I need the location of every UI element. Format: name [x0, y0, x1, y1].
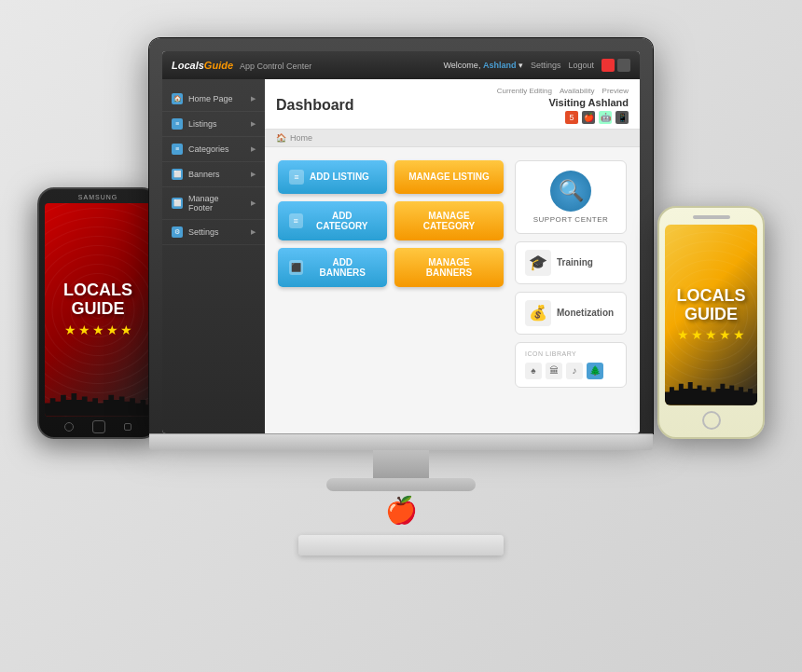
samsung-app-title: LOCALS GUIDE	[63, 281, 132, 319]
app-header-right: Welcome, Ashland ▾ Settings Logout	[444, 59, 630, 72]
listing-row: ≡ ADD LISTING MANAGE LISTING	[278, 160, 504, 194]
iphone-home-button[interactable]	[702, 411, 721, 430]
samsung-app-content: LOCALS GUIDE ★ ★ ★ ★ ★	[63, 281, 132, 337]
banners-row: ⬛ ADD BANNERS MANAGE BANNERS	[278, 248, 504, 287]
currently-editing-panel: Currently Editing Availability Preview V…	[497, 87, 629, 124]
logout-link[interactable]: Logout	[568, 61, 594, 70]
imac: LocalsGuide App Control Center Welcome, …	[149, 38, 653, 555]
add-banners-icon: ⬛	[289, 260, 303, 275]
categories-icon: ≡	[172, 144, 183, 155]
monetization-label: Monetization	[557, 308, 614, 318]
add-category-button[interactable]: ≡ ADD CATEGORY	[278, 201, 387, 240]
main-content: Dashboard Currently Editing Availability…	[265, 79, 640, 433]
sidebar-item-home-page[interactable]: 🏠 Home Page ▶	[162, 87, 265, 112]
samsung-brand-label: SAMSUNG	[39, 189, 157, 203]
iphone-app-content: LOCALS GUIDE ★ ★ ★ ★ ★	[677, 287, 746, 343]
imac-screen-border: LocalsGuide App Control Center Welcome, …	[149, 38, 653, 433]
manage-listing-button[interactable]: MANAGE LISTING	[394, 160, 504, 194]
monetization-card[interactable]: 💰 Monetization	[515, 292, 627, 335]
add-listing-icon: ≡	[289, 170, 304, 185]
welcome-text: Welcome, Ashland ▾	[444, 61, 523, 70]
sidebar-item-settings[interactable]: ⚙ Settings ▶	[162, 220, 265, 245]
monetization-icon: 💰	[525, 300, 551, 326]
icon-lib-item-music[interactable]: ♪	[566, 363, 583, 379]
manage-footer-icon: ⬜	[172, 198, 183, 209]
imac-foot	[326, 478, 476, 491]
icon-lib-item-spade[interactable]: ♠	[525, 363, 542, 379]
apple-logo: 🍎	[149, 495, 653, 526]
iphone-speaker	[693, 215, 730, 219]
dashboard-title: Dashboard	[276, 97, 354, 114]
android-icon: 🤖	[599, 111, 612, 124]
manage-category-button[interactable]: MANAGE CATEGORY	[394, 201, 504, 240]
home-icon: 🏠	[172, 93, 183, 104]
icon-lib-icons: ♠ 🏛 ♪ 🌲	[525, 363, 616, 379]
samsung-stars: ★ ★ ★ ★ ★	[64, 322, 132, 337]
phone-icon: 📱	[615, 111, 629, 124]
breadcrumb: 🏠 Home	[265, 130, 640, 147]
apple-icon: 🍎	[582, 111, 595, 124]
right-panel: 🔍 SUPPORT CENTER 🎓 Training 💰 Monetizat	[515, 160, 627, 420]
banners-icon: ⬜	[172, 169, 183, 180]
sidebar-item-manage-footer[interactable]: ⬜ Manage Footer ▶	[162, 187, 265, 220]
sidebar: 🏠 Home Page ▶ ≡ Listings ▶ ≡ Categories	[162, 79, 265, 433]
iphone: LOCALS GUIDE ★ ★ ★ ★ ★	[657, 206, 765, 439]
imac-screen: LocalsGuide App Control Center Welcome, …	[162, 51, 640, 433]
samsung-menu-btn[interactable]	[124, 423, 131, 431]
html5-icon: 5	[565, 111, 578, 124]
sidebar-item-categories[interactable]: ≡ Categories ▶	[162, 137, 265, 162]
training-card[interactable]: 🎓 Training	[515, 241, 627, 284]
action-buttons: ≡ ADD LISTING MANAGE LISTING ≡	[278, 160, 504, 420]
icon-lib-item-building[interactable]: 🏛	[546, 363, 562, 379]
icon-lib-header: ICON LIBRARY	[525, 350, 616, 357]
iphone-app-title: LOCALS GUIDE	[677, 287, 746, 324]
imac-neck	[373, 450, 429, 478]
imac-chin	[149, 433, 653, 450]
settings-icon: ⚙	[172, 226, 183, 238]
add-category-icon: ≡	[289, 213, 303, 228]
category-row: ≡ ADD CATEGORY MANAGE CATEGORY	[278, 201, 504, 240]
add-banners-button[interactable]: ⬛ ADD BANNERS	[278, 248, 387, 287]
icon-library-card[interactable]: ICON LIBRARY ♠ 🏛 ♪ 🌲	[515, 342, 627, 388]
dash-header: Dashboard Currently Editing Availability…	[265, 79, 640, 130]
dashboard-grid: ≡ ADD LISTING MANAGE LISTING ≡	[265, 147, 640, 433]
support-center-card[interactable]: 🔍 SUPPORT CENTER	[515, 160, 627, 234]
header-icon-dark	[617, 59, 630, 72]
keyboard	[298, 535, 504, 555]
platform-icons: 5 🍎 🤖 📱	[565, 111, 629, 124]
samsung-phone: SAMSUNG LOCALS GUIDE ★ ★ ★ ★ ★	[37, 187, 159, 439]
training-label: Training	[557, 257, 593, 267]
samsung-back-btn[interactable]	[64, 422, 74, 432]
scene: SAMSUNG LOCALS GUIDE ★ ★ ★ ★ ★	[37, 20, 765, 653]
samsung-screen: LOCALS GUIDE ★ ★ ★ ★ ★	[45, 203, 151, 417]
manage-banners-button[interactable]: MANAGE BANNERS	[394, 248, 504, 287]
samsung-home-btn[interactable]	[92, 420, 105, 433]
support-label: SUPPORT CENTER	[533, 215, 609, 224]
header-icons	[602, 59, 630, 72]
iphone-screen: LOCALS GUIDE ★ ★ ★ ★ ★	[665, 225, 757, 405]
samsung-bottom-bar	[39, 417, 157, 437]
iphone-stars: ★ ★ ★ ★ ★	[677, 327, 745, 342]
app-body: 🏠 Home Page ▶ ≡ Listings ▶ ≡ Categories	[162, 79, 640, 433]
app-logo: LocalsGuide App Control Center	[172, 60, 311, 71]
training-icon: 🎓	[525, 250, 551, 276]
listings-icon: ≡	[172, 118, 183, 130]
sidebar-item-banners[interactable]: ⬜ Banners ▶	[162, 162, 265, 187]
add-listing-button[interactable]: ≡ ADD LISTING	[278, 160, 387, 194]
settings-link[interactable]: Settings	[531, 61, 561, 70]
app-header: LocalsGuide App Control Center Welcome, …	[162, 51, 640, 79]
support-icon: 🔍	[550, 171, 591, 212]
icon-lib-item-tree[interactable]: 🌲	[587, 363, 603, 379]
sidebar-item-listings[interactable]: ≡ Listings ▶	[162, 112, 265, 137]
header-icon-red	[602, 59, 615, 72]
